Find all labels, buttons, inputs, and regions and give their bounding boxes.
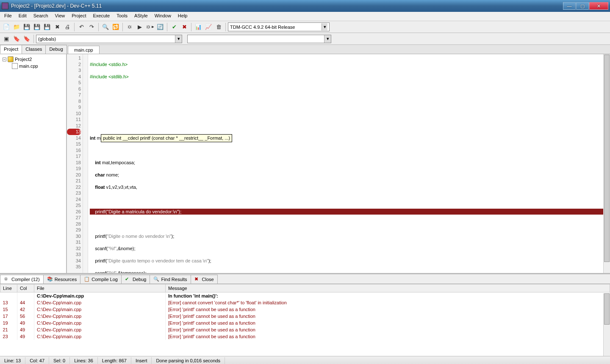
minimize-button[interactable]: —	[563, 2, 576, 10]
close-icon: ✕	[597, 3, 601, 9]
menu-astyle[interactable]: AStyle	[131, 12, 151, 21]
status-length: Length: 867	[98, 357, 131, 364]
compile-button[interactable]: ⛭	[125, 22, 134, 32]
tab-debug[interactable]: Debug	[45, 45, 67, 54]
menu-search[interactable]: Search	[30, 12, 52, 21]
menu-execute[interactable]: Execute	[89, 12, 113, 21]
goto2-button[interactable]: 🔖	[22, 34, 31, 44]
tab-compiler[interactable]: ⛭Compiler (12)	[0, 275, 44, 284]
tab-classes[interactable]: Classes	[22, 45, 46, 54]
undo-button[interactable]: ↶	[77, 22, 86, 32]
error-row[interactable]: C:\Dev-Cpp\main.cppIn function 'int main…	[0, 292, 610, 300]
goto-button[interactable]: ▣	[2, 34, 11, 44]
error-marker-icon: 13	[67, 129, 81, 135]
status-mode: Insert	[131, 357, 152, 364]
project-tree[interactable]: − Project2 main.cpp	[0, 54, 66, 273]
error-row[interactable]: 2349C:\Dev-Cpp\main.cpp[Error] 'printf' …	[0, 333, 610, 340]
run-button[interactable]: ▶	[135, 22, 144, 32]
editor-tabs: main.cpp	[67, 45, 610, 54]
close-file-button[interactable]: ✖	[53, 22, 62, 32]
separator-icon	[225, 23, 226, 31]
find-button[interactable]: 🔍	[101, 22, 110, 32]
tree-project-node[interactable]: − Project2	[2, 56, 64, 63]
menu-help[interactable]: Help	[175, 12, 191, 21]
rebuild-button[interactable]: 🔄	[155, 22, 165, 32]
code-area[interactable]: #include <stdio.h> #include <stdlib.h> i…	[88, 54, 610, 273]
tab-debug-output[interactable]: ✔Debug	[121, 275, 150, 284]
menu-view[interactable]: View	[52, 12, 69, 21]
tab-close-output[interactable]: ✖Close	[191, 275, 218, 284]
new-button[interactable]: 📄	[2, 22, 11, 32]
menu-file[interactable]: File	[1, 12, 15, 21]
col-line[interactable]: Line	[0, 284, 17, 292]
print-button[interactable]: 🖨	[63, 22, 72, 32]
line-gutter: 1234567891011121314151617181920212223242…	[67, 54, 83, 273]
compiler-output-table[interactable]: Line Col File Message C:\Dev-Cpp\main.cp…	[0, 284, 610, 356]
tab-find-results[interactable]: 🔍Find Results	[150, 275, 191, 284]
compiler-select[interactable]: TDM-GCC 4.9.2 64-bit Release ▾	[228, 22, 330, 31]
compiler-icon: ⛭	[4, 276, 10, 282]
redo-button[interactable]: ↷	[87, 22, 96, 32]
save-all-button[interactable]: 💾	[32, 22, 42, 32]
editor-tab-main[interactable]: main.cpp	[68, 46, 100, 54]
status-line: Line: 13	[0, 357, 25, 364]
collapse-icon[interactable]: −	[3, 58, 6, 61]
status-lines: Lines: 36	[70, 357, 98, 364]
tool-button[interactable]: 🗑	[214, 22, 223, 32]
member-select[interactable]: ▾	[187, 35, 331, 43]
compiler-label: TDM-GCC 4.9.2 64-bit Release	[230, 25, 295, 30]
log-icon: 📋	[84, 276, 90, 282]
chevron-down-icon: ▾	[324, 35, 331, 43]
scope-label: (globals)	[38, 36, 56, 41]
bookmark-button[interactable]: 🔖	[12, 34, 21, 44]
profile2-button[interactable]: 📈	[204, 22, 213, 32]
close-button[interactable]: ✕	[589, 2, 608, 10]
tab-resources[interactable]: 📚Resources	[43, 275, 81, 284]
resources-icon: 📚	[47, 276, 53, 282]
scope-select[interactable]: (globals) ▾	[36, 35, 182, 43]
col-message[interactable]: Message	[166, 284, 610, 292]
open-button[interactable]: 📁	[12, 22, 21, 32]
save-button[interactable]: 💾	[22, 22, 31, 32]
separator-icon	[98, 23, 99, 31]
tab-project[interactable]: Project	[0, 45, 22, 54]
error-row[interactable]: 1542C:\Dev-Cpp\main.cpp[Error] 'printf' …	[0, 306, 610, 313]
error-row[interactable]: 2149C:\Dev-Cpp\main.cpp[Error] 'printf' …	[0, 326, 610, 333]
menu-tools[interactable]: Tools	[113, 12, 131, 21]
separator-icon	[33, 35, 34, 43]
toolbar-main: 📄 📁 💾 💾 💾 ✖ 🖨 ↶ ↷ 🔍 🔁 ⛭ ▶ ⛭▶ 🔄 ✔ ✖ 📊 📈 🗑…	[0, 21, 610, 33]
fold-column	[83, 54, 88, 273]
debug-button[interactable]: ✔	[169, 22, 179, 32]
error-row[interactable]: 1949C:\Dev-Cpp\main.cpp[Error] 'printf' …	[0, 320, 610, 326]
project-panel: Project Classes Debug − Project2 main.cp…	[0, 45, 67, 273]
maximize-button[interactable]: ▢	[576, 2, 589, 10]
chevron-down-icon: ▾	[322, 23, 327, 30]
status-col: Col: 47	[25, 357, 49, 364]
statusbar: Line: 13 Col: 47 Sel: 0 Lines: 36 Length…	[0, 356, 610, 364]
error-row[interactable]: 1344C:\Dev-Cpp\main.cpp[Error] cannot co…	[0, 299, 610, 306]
signature-tooltip: public int __cdecl printf (const char * …	[101, 134, 232, 142]
code-editor[interactable]: 1234567891011121314151617181920212223242…	[67, 54, 610, 273]
status-sel: Sel: 0	[49, 357, 70, 364]
window-title: Project2 - [Projeto2.dev] - Dev-C++ 5.11	[11, 3, 563, 9]
error-row[interactable]: 1756C:\Dev-Cpp\main.cpp[Error] 'printf' …	[0, 313, 610, 320]
col-file[interactable]: File	[34, 284, 166, 292]
col-col[interactable]: Col	[17, 284, 34, 292]
separator-icon	[122, 23, 123, 31]
menu-window[interactable]: Window	[151, 12, 175, 21]
menu-project[interactable]: Project	[68, 12, 89, 21]
profile-button[interactable]: 📊	[194, 22, 203, 32]
titlebar: Project2 - [Projeto2.dev] - Dev-C++ 5.11…	[0, 0, 610, 12]
output-panel: ⛭Compiler (12) 📚Resources 📋Compile Log ✔…	[0, 273, 610, 356]
tree-file-node[interactable]: main.cpp	[2, 63, 64, 69]
output-scrollbar[interactable]	[603, 293, 610, 356]
stop-button[interactable]: ✖	[180, 22, 189, 32]
save-as-button[interactable]: 💾	[42, 22, 52, 32]
replace-button[interactable]: 🔁	[111, 22, 120, 32]
maximize-icon: ▢	[580, 3, 585, 9]
separator-icon	[167, 23, 167, 31]
menu-edit[interactable]: Edit	[15, 12, 30, 21]
editor-scrollbar[interactable]	[603, 54, 610, 273]
tab-compile-log[interactable]: 📋Compile Log	[80, 275, 122, 284]
compile-run-button[interactable]: ⛭▶	[145, 22, 155, 32]
